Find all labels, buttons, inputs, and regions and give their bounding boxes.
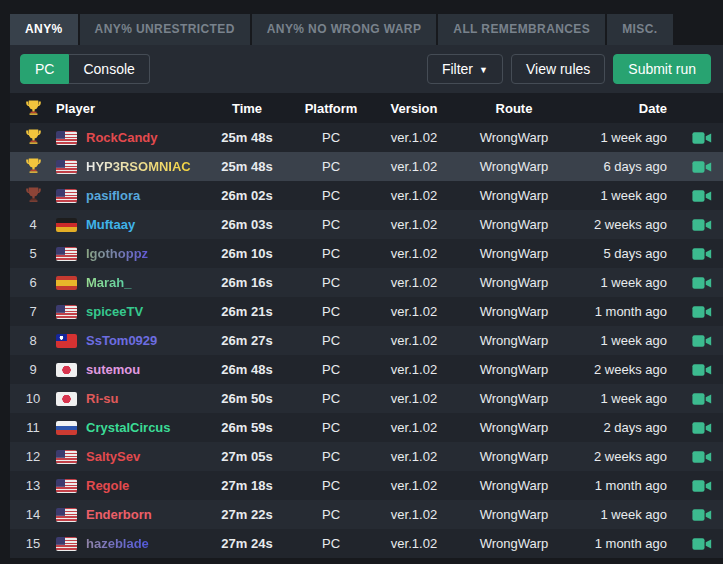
player-name-link[interactable]: RockCandy: [86, 130, 158, 145]
version-cell: ver.1.02: [369, 159, 459, 174]
video-camera-icon[interactable]: [681, 276, 723, 290]
tab-all-remembrances[interactable]: ALL REMEMBRANCES: [438, 14, 605, 45]
video-camera-icon[interactable]: [681, 131, 723, 145]
player-cell: CrystalCircus: [56, 420, 201, 435]
chevron-down-icon: ▼: [479, 65, 488, 75]
platform-cell: PC: [293, 507, 369, 522]
rank-number: 12: [10, 449, 56, 464]
player-name-link[interactable]: SaltySev: [86, 449, 140, 464]
video-camera-icon[interactable]: [681, 450, 723, 464]
time-cell: 26m 21s: [201, 304, 293, 319]
rank-number: 14: [10, 507, 56, 522]
player-name-link[interactable]: SsTom0929: [86, 333, 157, 348]
version-cell: ver.1.02: [369, 449, 459, 464]
time-cell: 26m 02s: [201, 188, 293, 203]
platform-console-button[interactable]: Console: [69, 54, 149, 84]
player-name-link[interactable]: pasiflora: [86, 188, 140, 203]
flag-us-icon: [56, 508, 77, 522]
filter-button[interactable]: Filter▼: [427, 54, 503, 84]
player-cell: spiceeTV: [56, 304, 201, 319]
table-row[interactable]: 13Regole27m 18sPCver.1.02WrongWarp1 mont…: [10, 471, 723, 500]
table-row[interactable]: 11CrystalCircus26m 59sPCver.1.02WrongWar…: [10, 413, 723, 442]
platform-cell: PC: [293, 275, 369, 290]
tab-any-[interactable]: ANY%: [10, 14, 78, 45]
time-cell: 27m 18s: [201, 478, 293, 493]
category-tabbar: ANY%ANY% UNRESTRICTEDANY% NO WRONG WARPA…: [0, 0, 723, 45]
platform-pc-button[interactable]: PC: [20, 54, 69, 84]
table-row[interactable]: 6Marah_26m 16sPCver.1.02WrongWarp1 week …: [10, 268, 723, 297]
table-row[interactable]: RockCandy25m 48sPCver.1.02WrongWarp1 wee…: [10, 123, 723, 152]
right-controls: Filter▼ View rules Submit run: [427, 54, 711, 84]
date-cell: 1 week ago: [569, 333, 681, 348]
table-row[interactable]: 7spiceeTV26m 21sPCver.1.02WrongWarp1 mon…: [10, 297, 723, 326]
tab-any-no-wrong-warp[interactable]: ANY% NO WRONG WARP: [252, 14, 437, 45]
version-cell: ver.1.02: [369, 246, 459, 261]
table-row[interactable]: 5Igothoppz26m 10sPCver.1.02WrongWarp5 da…: [10, 239, 723, 268]
player-name-link[interactable]: Marah_: [86, 275, 132, 290]
video-camera-icon[interactable]: [681, 334, 723, 348]
flag-us-icon: [56, 450, 77, 464]
player-name-link[interactable]: Regole: [86, 478, 129, 493]
flag-ru-icon: [56, 421, 77, 435]
player-name-link[interactable]: Ri-su: [86, 391, 119, 406]
player-name-link[interactable]: Muftaay: [86, 217, 135, 232]
version-cell: ver.1.02: [369, 217, 459, 232]
table-row[interactable]: HYP3RSOMNIAC25m 48sPCver.1.02WrongWarp6 …: [10, 152, 723, 181]
player-name-link[interactable]: Igothoppz: [86, 246, 148, 261]
video-camera-icon[interactable]: [681, 479, 723, 493]
submit-run-button[interactable]: Submit run: [613, 54, 711, 84]
video-camera-icon[interactable]: [681, 160, 723, 174]
platform-cell: PC: [293, 420, 369, 435]
time-cell: 27m 22s: [201, 507, 293, 522]
column-player[interactable]: Player: [56, 101, 201, 116]
player-name-link[interactable]: hazeblade: [86, 536, 149, 551]
video-camera-icon[interactable]: [681, 421, 723, 435]
video-camera-icon[interactable]: [681, 392, 723, 406]
table-row[interactable]: 4Muftaay26m 03sPCver.1.02WrongWarp2 week…: [10, 210, 723, 239]
player-name-link[interactable]: HYP3RSOMNIAC: [86, 159, 191, 174]
time-cell: 26m 16s: [201, 275, 293, 290]
platform-cell: PC: [293, 217, 369, 232]
player-cell: hazeblade: [56, 536, 201, 551]
video-camera-icon[interactable]: [681, 189, 723, 203]
route-cell: WrongWarp: [459, 188, 569, 203]
time-cell: 26m 27s: [201, 333, 293, 348]
player-cell: RockCandy: [56, 130, 201, 145]
view-rules-button[interactable]: View rules: [511, 54, 605, 84]
tab-misc-[interactable]: MISC.: [607, 14, 672, 45]
date-cell: 1 week ago: [569, 188, 681, 203]
trophy-icon: [10, 99, 56, 118]
video-camera-icon[interactable]: [681, 363, 723, 377]
version-cell: ver.1.02: [369, 275, 459, 290]
column-time[interactable]: Time: [201, 101, 293, 116]
player-cell: HYP3RSOMNIAC: [56, 159, 201, 174]
column-version[interactable]: Version: [369, 101, 459, 116]
table-row[interactable]: 9sutemou26m 48sPCver.1.02WrongWarp2 week…: [10, 355, 723, 384]
video-camera-icon[interactable]: [681, 537, 723, 551]
table-row[interactable]: pasiflora26m 02sPCver.1.02WrongWarp1 wee…: [10, 181, 723, 210]
table-row[interactable]: 8SsTom092926m 27sPCver.1.02WrongWarp1 we…: [10, 326, 723, 355]
date-cell: 1 week ago: [569, 275, 681, 290]
video-camera-icon[interactable]: [681, 247, 723, 261]
player-name-link[interactable]: Enderborn: [86, 507, 152, 522]
date-cell: 1 week ago: [569, 130, 681, 145]
tab-any-unrestricted[interactable]: ANY% UNRESTRICTED: [80, 14, 250, 45]
table-row[interactable]: 10Ri-su26m 50sPCver.1.02WrongWarp1 week …: [10, 384, 723, 413]
version-cell: ver.1.02: [369, 333, 459, 348]
column-route[interactable]: Route: [459, 101, 569, 116]
video-camera-icon[interactable]: [681, 218, 723, 232]
player-name-link[interactable]: sutemou: [86, 362, 140, 377]
table-row[interactable]: 12SaltySev27m 05sPCver.1.02WrongWarp2 we…: [10, 442, 723, 471]
player-name-link[interactable]: spiceeTV: [86, 304, 143, 319]
column-platform[interactable]: Platform: [293, 101, 369, 116]
player-name-link[interactable]: CrystalCircus: [86, 420, 171, 435]
column-date[interactable]: Date: [569, 101, 681, 116]
player-cell: Regole: [56, 478, 201, 493]
video-camera-icon[interactable]: [681, 508, 723, 522]
video-camera-icon[interactable]: [681, 305, 723, 319]
gold-trophy-icon: [10, 128, 56, 147]
time-cell: 26m 59s: [201, 420, 293, 435]
player-cell: SsTom0929: [56, 333, 201, 348]
table-row[interactable]: 14Enderborn27m 22sPCver.1.02WrongWarp1 w…: [10, 500, 723, 529]
table-row[interactable]: 15hazeblade27m 24sPCver.1.02WrongWarp1 m…: [10, 529, 723, 558]
